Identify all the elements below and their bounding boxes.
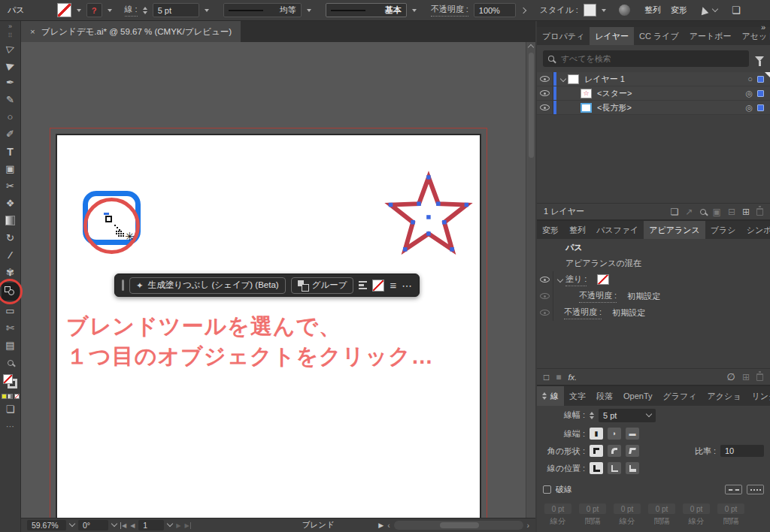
tab-close-icon[interactable]: ×: [30, 27, 35, 36]
scissors-tool[interactable]: ✂: [2, 177, 20, 195]
stroke-width-dropdown-icon[interactable]: [205, 9, 209, 12]
next-artboard-icon[interactable]: ▶: [176, 522, 180, 529]
tools-collapse-icon[interactable]: »: [2, 21, 20, 32]
width-profile-dropdown-icon[interactable]: [307, 9, 311, 12]
add-new-stroke-icon[interactable]: □: [544, 372, 549, 382]
tab-transform[interactable]: 変形: [537, 221, 564, 239]
scroll-right-icon[interactable]: ›: [527, 521, 530, 530]
tab-paragraph[interactable]: 段落: [591, 386, 618, 406]
canvas[interactable]: ✳ ✦ 生成塗りつぶし (シェイプ) (Beta) グループ ≡ ⋯ ブレンドツ…: [21, 42, 535, 518]
dashed-line-checkbox[interactable]: [543, 485, 551, 494]
target-icon[interactable]: ○: [747, 74, 753, 83]
dash-field[interactable]: 0 pt間隔: [647, 503, 677, 527]
gradient-button[interactable]: [8, 394, 13, 399]
horizontal-scroll-thumb[interactable]: [440, 522, 479, 528]
fill-dropdown-icon[interactable]: [77, 9, 81, 12]
tab-symbols[interactable]: シンボル: [741, 221, 770, 239]
tab-stroke[interactable]: 線: [537, 386, 564, 406]
dash-field[interactable]: 0 pt間隔: [716, 503, 746, 527]
layer-name[interactable]: レイヤー 1: [584, 74, 625, 85]
generative-fill-button[interactable]: ✦ 生成塗りつぶし (シェイプ) (Beta): [129, 277, 286, 294]
knife-tool[interactable]: ✄: [2, 319, 20, 337]
blend-tool[interactable]: [2, 283, 20, 301]
align-button[interactable]: 整列: [644, 5, 661, 16]
appearance-fill-row[interactable]: 塗り :: [537, 271, 770, 288]
stroke-width-label[interactable]: 線 :: [125, 4, 138, 17]
tab-properties[interactable]: プロパティ: [537, 27, 590, 45]
stroke-width-label[interactable]: 線幅 :: [543, 410, 585, 422]
tab-pathfinder[interactable]: パスファイ: [591, 221, 644, 239]
align-inside-button[interactable]: [608, 462, 621, 474]
width-profile-select[interactable]: 均等: [223, 3, 302, 17]
dash-field[interactable]: 0 pt線分: [681, 503, 711, 527]
style-swatch[interactable]: [584, 4, 596, 17]
direct-selection-tool[interactable]: ▶: [0, 54, 22, 77]
cap-butt-button[interactable]: ▮: [590, 428, 603, 440]
style-dropdown-icon[interactable]: [602, 9, 606, 12]
tab-graphic-styles[interactable]: グラフィ: [658, 386, 702, 406]
opacity-value[interactable]: 100%: [474, 3, 516, 17]
selection-indicator[interactable]: [757, 104, 764, 111]
new-sublayer-icon[interactable]: ⊟: [728, 207, 735, 217]
tab-layers[interactable]: レイヤー: [590, 27, 634, 45]
new-layer-icon[interactable]: ⊞: [742, 207, 750, 217]
add-new-fill-icon[interactable]: ■: [556, 372, 561, 382]
stroke-options-icon[interactable]: ≡: [390, 279, 396, 292]
draw-mode-button[interactable]: ❏: [2, 401, 20, 418]
visibility-toggle[interactable]: [537, 304, 553, 321]
dash-field[interactable]: 0 pt線分: [612, 503, 642, 527]
appearance-opacity-row[interactable]: 不透明度 : 初期設定: [537, 288, 770, 304]
corner-miter-button[interactable]: [590, 445, 603, 457]
symbol-sprayer-tool[interactable]: ✾: [2, 264, 20, 281]
collect-for-export-icon[interactable]: ❏: [671, 207, 679, 217]
vertical-scroll-thumb[interactable]: [529, 53, 534, 158]
rotate-tool[interactable]: ↻: [2, 229, 20, 246]
add-effect-icon[interactable]: fx.: [568, 373, 578, 382]
align-center-button[interactable]: [590, 462, 603, 474]
artboard-number[interactable]: 1: [138, 520, 164, 530]
stroke-width-value[interactable]: 5 pt: [153, 3, 199, 17]
tab-brushes[interactable]: ブラシ: [705, 221, 741, 239]
appearance-opacity-row[interactable]: 不透明度 : 初期設定: [537, 304, 770, 321]
cap-round-button[interactable]: ◗: [608, 428, 621, 440]
taskbar-drag-handle[interactable]: [122, 280, 124, 291]
fill-label[interactable]: 塗り :: [565, 274, 587, 286]
opacity-label[interactable]: 不透明度 :: [579, 290, 617, 303]
last-artboard-icon[interactable]: ▶: [184, 522, 190, 529]
paintbrush-tool[interactable]: ✐: [2, 125, 20, 143]
opacity-label[interactable]: 不透明度 :: [431, 4, 468, 17]
delete-item-icon[interactable]: [756, 373, 763, 381]
dash-field[interactable]: 0 pt間隔: [578, 503, 608, 527]
visibility-toggle[interactable]: [537, 86, 553, 100]
dash-field[interactable]: 0 pt線分: [543, 503, 573, 527]
color-button[interactable]: [2, 394, 7, 399]
selection-indicator[interactable]: [757, 76, 764, 83]
document-tab[interactable]: × ブレンドデモ.ai* @ 59.67 % (CMYK/プレビュー): [21, 21, 241, 42]
artboard-dropdown-icon[interactable]: [167, 521, 173, 527]
export-icon[interactable]: ↗: [685, 207, 693, 217]
publish-online-icon[interactable]: [619, 5, 630, 16]
delete-layer-icon[interactable]: [756, 208, 763, 216]
star-thumbnail[interactable]: ☆: [581, 89, 592, 98]
corner-bevel-button[interactable]: [626, 445, 639, 457]
selection-indicator[interactable]: [757, 90, 764, 97]
stroke-dropdown-icon[interactable]: [108, 9, 112, 12]
visibility-toggle[interactable]: [537, 271, 553, 288]
layer-row[interactable]: レイヤー 1 ○: [537, 72, 770, 86]
pen-tool[interactable]: ✒: [2, 74, 20, 91]
tab-character[interactable]: 文字: [564, 386, 591, 406]
gradient-tool[interactable]: [2, 212, 20, 229]
first-artboard-icon[interactable]: ◀: [120, 522, 126, 529]
layer-name[interactable]: <スター>: [597, 88, 632, 99]
ellipse-tool[interactable]: ○: [2, 108, 20, 125]
none-button[interactable]: [14, 394, 20, 399]
tab-artboards[interactable]: アートボー: [684, 27, 737, 45]
expand-fill-icon[interactable]: [557, 277, 563, 283]
filter-icon[interactable]: [755, 56, 764, 62]
prev-artboard-icon[interactable]: ◀: [130, 522, 135, 529]
taskbar-more-icon[interactable]: ⋯: [402, 280, 412, 292]
arrange-document-icon[interactable]: ❏: [732, 5, 741, 16]
scroll-up-icon[interactable]: [528, 44, 534, 50]
layers-search-input[interactable]: [559, 53, 744, 64]
artboard-tool[interactable]: ▭: [2, 302, 20, 319]
